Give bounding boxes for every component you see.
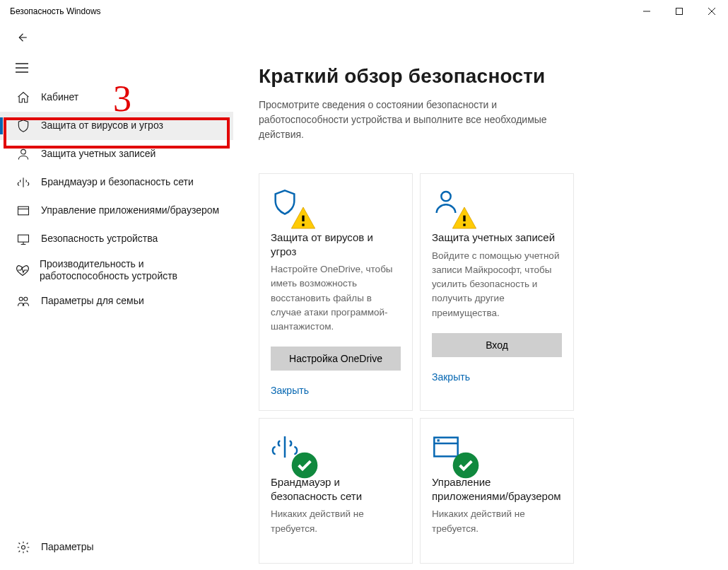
nav-label: Параметры [41, 541, 94, 554]
nav-item-settings[interactable]: Параметры [0, 532, 233, 563]
svg-point-20 [441, 192, 450, 201]
card-dismiss-link[interactable]: Закрыть [271, 385, 401, 396]
svg-point-17 [22, 546, 25, 549]
sidebar: Кабинет Защита от вирусов и угроз Защита… [0, 23, 233, 570]
shield-icon [16, 118, 31, 134]
window-controls [630, 0, 728, 23]
titlebar: Безопасность Windows [0, 0, 728, 23]
hamburger-button[interactable] [0, 52, 233, 83]
nav-label: Безопасность устройства [41, 233, 158, 245]
svg-point-8 [21, 149, 26, 154]
warning-badge-icon [289, 204, 305, 219]
warning-badge-icon [450, 204, 466, 219]
family-icon [16, 293, 31, 309]
minimize-button[interactable] [630, 0, 663, 23]
card-app-browser[interactable]: Управление приложениями/браузером Никаки… [420, 418, 574, 564]
nav-item-device-performance[interactable]: Производительность и работоспособность у… [0, 253, 233, 287]
nav-item-firewall[interactable]: Брандмауэр и безопасность сети [0, 168, 233, 197]
ok-badge-icon [452, 451, 466, 465]
svg-rect-21 [463, 216, 465, 221]
firewall-icon [16, 175, 31, 190]
close-button[interactable] [695, 0, 728, 23]
nav-label: Управление приложениями/браузером [41, 204, 219, 217]
account-icon [16, 146, 31, 162]
nav-item-home[interactable]: Кабинет [0, 83, 233, 112]
nav-label: Защита от вирусов и угроз [41, 120, 163, 132]
svg-rect-18 [302, 216, 304, 221]
appbrowser-icon [432, 433, 462, 463]
card-desc: Войдите с помощью учетной записи Майкрос… [432, 249, 562, 320]
appbrowser-icon [16, 203, 31, 219]
nav-item-family-options[interactable]: Параметры для семьи [0, 287, 233, 315]
svg-rect-27 [438, 439, 440, 441]
nav-item-virus-threat[interactable]: Защита от вирусов и угроз [0, 112, 233, 140]
nav-label: Производительность и работоспособность у… [40, 258, 233, 283]
shield-icon [271, 188, 300, 218]
nav-label: Брандмауэр и безопасность сети [41, 176, 194, 189]
ok-badge-icon [290, 451, 305, 465]
card-firewall[interactable]: Брандмауэр и безопасность сети Никаких д… [259, 418, 413, 564]
card-desc: Никаких действий не требуется. [432, 507, 562, 536]
window-title: Безопасность Windows [10, 6, 101, 16]
home-icon [16, 90, 31, 105]
back-button[interactable] [0, 23, 233, 52]
card-desc: Никаких действий не требуется. [271, 507, 401, 536]
page-subtitle: Просмотрите сведения о состоянии безопас… [259, 98, 584, 142]
svg-rect-12 [18, 235, 29, 242]
svg-rect-1 [676, 8, 683, 15]
main-content: Краткий обзор безопасности Просмотрите с… [233, 23, 728, 570]
nav-label: Защита учетных записей [41, 148, 155, 161]
nav-label: Параметры для семьи [41, 295, 144, 308]
card-action-button[interactable]: Вход [432, 333, 562, 357]
sidebar-bottom: Параметры [0, 532, 233, 570]
card-desc: Настройте OneDrive, чтобы иметь возможно… [271, 262, 401, 334]
card-account-protection[interactable]: Защита учетных записей Войдите с помощью… [420, 173, 574, 411]
card-virus-threat[interactable]: Защита от вирусов и угроз Настройте OneD… [259, 173, 413, 411]
nav-item-account-protection[interactable]: Защита учетных записей [0, 140, 233, 168]
gear-icon [16, 540, 31, 555]
card-action-button[interactable]: Настройка OneDrive [271, 347, 401, 371]
firewall-icon [271, 433, 300, 463]
svg-rect-10 [18, 207, 29, 215]
svg-point-16 [24, 297, 28, 301]
nav-list: Кабинет Защита от вирусов и угроз Защита… [0, 83, 233, 315]
nav-item-app-browser[interactable]: Управление приложениями/браузером [0, 197, 233, 225]
svg-rect-19 [302, 223, 304, 226]
cards-grid: Защита от вирусов и угроз Настройте OneD… [259, 173, 711, 564]
maximize-button[interactable] [663, 0, 695, 23]
nav-label: Кабинет [41, 91, 78, 104]
heart-health-icon [16, 262, 30, 278]
card-dismiss-link[interactable]: Закрыть [432, 371, 562, 383]
account-icon [432, 188, 462, 218]
card-title: Защита учетных записей [432, 231, 562, 245]
card-title: Защита от вирусов и угроз [271, 231, 401, 258]
page-heading: Краткий обзор безопасности [259, 65, 711, 88]
device-security-icon [16, 231, 31, 247]
svg-point-15 [19, 297, 23, 301]
nav-item-device-security[interactable]: Безопасность устройства [0, 225, 233, 253]
svg-rect-22 [463, 223, 465, 226]
